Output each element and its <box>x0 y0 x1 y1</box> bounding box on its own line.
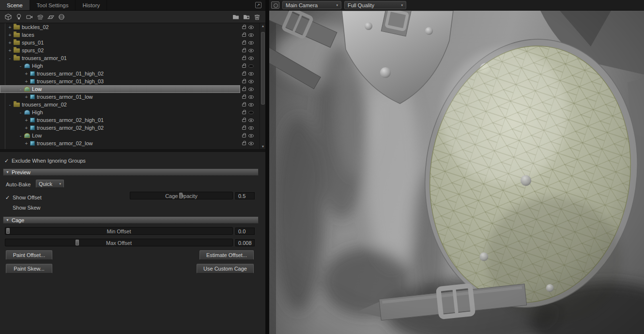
scrollbar-thumb[interactable] <box>261 32 265 105</box>
paint-offset-button[interactable]: Paint Offset... <box>6 250 52 260</box>
tree-row[interactable]: +trousers_armor_02_low <box>0 139 260 147</box>
tree-row[interactable]: +trousers_armor_01_high_03 <box>0 77 260 85</box>
visibility-eye-icon[interactable] <box>248 72 254 76</box>
tree-row[interactable]: -High <box>0 62 260 70</box>
tree-row[interactable]: -trousers_armor_02 <box>0 101 260 108</box>
visibility-eye-icon[interactable] <box>248 142 254 145</box>
lock-icon[interactable] <box>242 42 246 45</box>
visibility-eye-icon[interactable] <box>248 26 254 29</box>
expander-icon[interactable]: - <box>18 63 23 69</box>
min-offset-value[interactable]: 0.0 <box>235 228 255 235</box>
lock-icon[interactable] <box>242 34 246 37</box>
estimate-offset-button[interactable]: Estimate Offset... <box>199 250 254 260</box>
add-camera-icon[interactable] <box>24 13 35 21</box>
quality-select-dropdown[interactable]: Full Quality ▾ <box>344 1 406 9</box>
expander-icon[interactable]: + <box>24 79 29 84</box>
visibility-eye-icon[interactable] <box>248 64 254 68</box>
min-offset-slider-thumb[interactable] <box>6 228 10 234</box>
scroll-down-icon[interactable]: ▼ <box>260 145 266 148</box>
scroll-up-icon[interactable]: ▲ <box>260 24 266 28</box>
cage-opacity-slider-thumb[interactable] <box>179 193 183 198</box>
visibility-eye-icon[interactable] <box>248 57 254 60</box>
add-light-icon[interactable] <box>14 13 24 21</box>
lock-icon[interactable] <box>242 65 246 68</box>
expander-icon[interactable]: + <box>8 25 12 30</box>
lock-icon[interactable] <box>242 96 246 99</box>
use-custom-cage-button[interactable]: Use Custom Cage <box>197 264 254 273</box>
paint-skew-button[interactable]: Paint Skew... <box>6 264 52 273</box>
expander-icon[interactable]: - <box>8 56 12 61</box>
tree-row-selected[interactable]: -Low <box>0 85 260 93</box>
cage-section-header[interactable]: ▼ Cage <box>3 216 259 224</box>
add-subfolder-icon[interactable] <box>241 13 252 21</box>
tree-scrollbar[interactable]: ▲ ▼ <box>260 23 265 149</box>
tab-scene[interactable]: Scene <box>0 0 30 10</box>
tree-row[interactable]: +spurs_01 <box>0 39 260 46</box>
visibility-eye-icon[interactable] <box>248 134 254 137</box>
expander-icon[interactable]: - <box>18 110 23 115</box>
lock-icon[interactable] <box>242 80 246 83</box>
auto-bake-dropdown[interactable]: Quick ▾ <box>36 180 64 188</box>
viewport-camera-icon[interactable] <box>271 1 279 9</box>
visibility-eye-icon[interactable] <box>248 33 254 37</box>
tree-row[interactable]: -trousers_armor_01 <box>0 54 260 62</box>
lock-icon[interactable] <box>242 119 246 122</box>
expander-icon[interactable]: + <box>8 40 12 46</box>
visibility-eye-icon[interactable] <box>248 111 254 114</box>
tree-row[interactable]: +trousers_armor_01_high_02 <box>0 70 260 77</box>
add-mesh-icon[interactable] <box>3 13 14 21</box>
expander-icon[interactable]: + <box>8 32 12 38</box>
3d-viewport[interactable]: Main Camera ▾ Full Quality ▾ <box>269 0 644 334</box>
tree-row[interactable]: +trousers_armor_02_high_02 <box>0 124 260 132</box>
add-shadow-catcher-icon[interactable] <box>46 13 56 21</box>
lock-icon[interactable] <box>242 73 246 76</box>
expander-icon[interactable]: - <box>18 133 23 138</box>
tree-row[interactable]: +spurs_02 <box>0 46 260 54</box>
cage-opacity-value[interactable]: 0.5 <box>235 192 255 199</box>
visibility-eye-icon[interactable] <box>248 88 254 91</box>
new-folder-icon[interactable] <box>230 13 241 21</box>
visibility-eye-icon[interactable] <box>248 80 254 83</box>
tree-row[interactable]: +buckles_02 <box>0 23 260 31</box>
min-offset-slider[interactable]: Min Offset <box>5 227 233 235</box>
popout-panel-icon[interactable]: ↗ <box>255 2 261 8</box>
lock-icon[interactable] <box>242 111 246 114</box>
tree-row[interactable]: +trousers_armor_02_high_01 <box>0 116 260 124</box>
expander-icon[interactable]: + <box>24 94 29 100</box>
lock-icon[interactable] <box>242 26 246 29</box>
add-sky-icon[interactable] <box>56 13 67 21</box>
add-fog-icon[interactable] <box>35 13 46 21</box>
show-offset-checkbox[interactable]: ✓ Show Offset <box>5 194 42 201</box>
visibility-eye-icon[interactable] <box>248 119 254 122</box>
visibility-eye-icon[interactable] <box>248 49 254 52</box>
preview-section-header[interactable]: ▼ Preview <box>3 168 259 176</box>
expander-icon[interactable]: + <box>24 141 29 146</box>
tree-row[interactable]: +trousers_armor_01_low <box>0 93 260 101</box>
expander-icon[interactable]: + <box>8 48 12 53</box>
lock-icon[interactable] <box>242 57 246 60</box>
delete-icon[interactable] <box>252 13 262 21</box>
visibility-eye-icon[interactable] <box>248 95 254 99</box>
show-skew-checkbox[interactable]: Show Skew <box>5 204 40 212</box>
lock-icon[interactable] <box>242 142 246 145</box>
visibility-eye-icon[interactable] <box>248 41 254 45</box>
expander-icon[interactable]: + <box>24 125 29 131</box>
tab-history[interactable]: History <box>76 0 107 10</box>
max-offset-slider[interactable]: Max Offset <box>5 239 233 246</box>
tree-row[interactable]: -High <box>0 108 260 116</box>
visibility-eye-icon[interactable] <box>248 126 254 130</box>
viewport-render[interactable] <box>269 11 644 334</box>
max-offset-slider-thumb[interactable] <box>76 240 79 245</box>
expander-icon[interactable]: - <box>18 87 23 92</box>
tree-row[interactable]: -Low <box>0 132 260 139</box>
tree-row[interactable]: +laces <box>0 31 260 39</box>
lock-icon[interactable] <box>242 127 246 130</box>
lock-icon[interactable] <box>242 88 246 91</box>
lock-icon[interactable] <box>242 135 246 137</box>
cage-opacity-slider[interactable]: Cage Opacity <box>130 192 233 199</box>
lock-icon[interactable] <box>242 104 246 106</box>
expander-icon[interactable]: - <box>8 102 12 107</box>
tab-tool-settings[interactable]: Tool Settings <box>30 0 76 10</box>
expander-icon[interactable]: + <box>24 71 29 76</box>
lock-icon[interactable] <box>242 49 246 52</box>
